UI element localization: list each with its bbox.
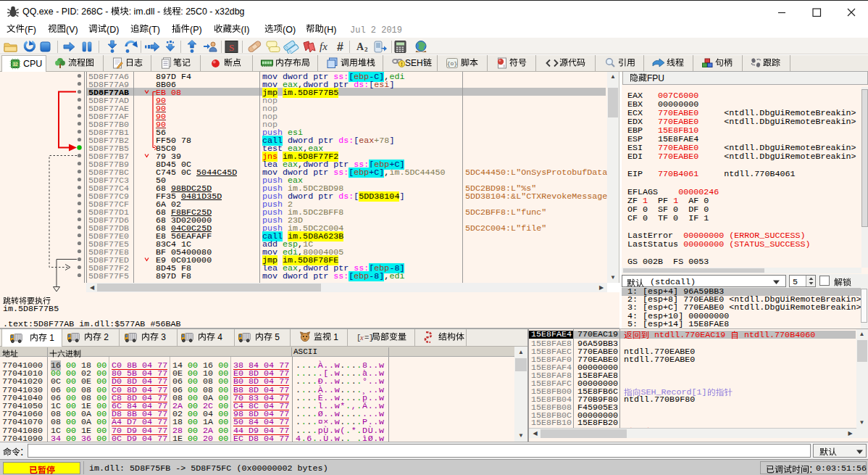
svg-text:2: 2: [364, 46, 368, 53]
svg-text:fx: fx: [320, 41, 327, 52]
svg-text:#: #: [337, 41, 343, 53]
svg-text:S: S: [229, 42, 234, 53]
svg-text:!: !: [401, 61, 403, 67]
svg-text:32: 32: [12, 62, 18, 67]
svg-text:A: A: [356, 41, 364, 52]
svg-text:x: x: [359, 334, 364, 342]
svg-text:{o}: {o}: [447, 60, 457, 67]
